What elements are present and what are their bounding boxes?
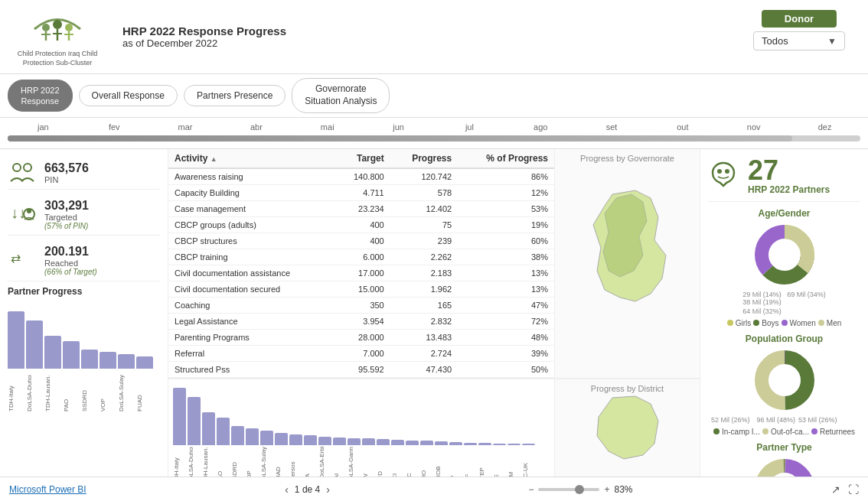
table-row: Awareness raising 140.800 120.742 86% (168, 168, 554, 185)
activity-progress: 13.483 (390, 329, 458, 345)
activity-percent: 50% (458, 361, 554, 377)
reached-label: Reached (44, 259, 97, 268)
partners-icon (708, 159, 739, 192)
bar-label: SCI (391, 447, 404, 477)
targeted-number: 303,291 (44, 199, 89, 213)
bar-item (217, 418, 230, 445)
bar-label: IOM (507, 447, 520, 477)
activity-percent: 38% (458, 249, 554, 265)
district-map-svg (566, 390, 689, 474)
activity-progress: 578 (390, 184, 458, 200)
month-dez: dez (789, 121, 860, 133)
stat-pin: 663,576 PIN (8, 157, 160, 190)
bar-label: SP (449, 447, 462, 477)
chevron-down-icon: ▼ (827, 36, 837, 47)
fullscreen-icon[interactable]: ⛶ (848, 483, 859, 496)
month-ago: ago (505, 121, 576, 133)
population-group-section: Population Group 52 Mil (26%) 96 Mil (48… (708, 333, 860, 436)
activity-name: CBCP structures (168, 233, 334, 249)
age-gender-title: Age/Gender (708, 208, 860, 219)
activity-progress: 75 (390, 216, 458, 233)
bar-label: PAO (63, 375, 80, 412)
zoom-plus-button[interactable]: + (604, 484, 609, 495)
bar-item (260, 431, 273, 445)
activity-percent: 39% (458, 345, 554, 361)
table-row: Civil documentation secured 15.000 1.962… (168, 281, 554, 297)
bar-item (275, 433, 288, 445)
bar-label: Intersos (289, 447, 302, 477)
activity-name: Civil documentation assistance (168, 265, 334, 281)
bar-label: SFD (377, 447, 390, 477)
svg-point-13 (27, 209, 31, 213)
activity-percent: 47% (458, 297, 554, 313)
age-gender-legend: Girls Boys Women Men (708, 319, 860, 327)
activity-name: Structured Pss (168, 361, 334, 377)
table-row: CBCP training 6.000 2.262 38% (168, 249, 554, 265)
bar-item (63, 341, 80, 369)
logo-area: Child Protection Iraq Child Protection S… (8, 6, 107, 67)
donor-label: Donor (762, 10, 837, 28)
partner-type-title: Partner Type (708, 442, 860, 453)
bar-label: FUAD (136, 375, 153, 412)
activity-progress: 165 (390, 297, 458, 313)
legend-men: Men (818, 319, 841, 327)
powerbi-link[interactable]: Microsoft Power BI (9, 484, 86, 495)
targeted-icon: ↓↓ (8, 203, 38, 226)
tab-partners-presence[interactable]: Partners Presence (184, 85, 286, 106)
bar-label: TDH-Italy (173, 447, 186, 477)
bar-item (231, 426, 244, 445)
right-icons: ↗ ⛶ (831, 483, 859, 496)
bar-label: VOP (246, 447, 259, 477)
bar-label: ME (493, 447, 506, 477)
tab-overall-response[interactable]: Overall Response (79, 85, 178, 106)
prev-page-button[interactable]: ‹ (285, 483, 289, 496)
activity-target: 350 (334, 297, 390, 313)
tab-governorate[interactable]: GovernorateSituation Analysis (292, 78, 390, 112)
center-column: Activity ▲ Target Progress % of Progress… (168, 149, 700, 477)
age-gender-donut (708, 220, 860, 289)
targeted-label: Targeted (44, 213, 89, 222)
bar-label: WC-UK (522, 447, 535, 477)
bar-item (435, 441, 448, 445)
bar-item (26, 320, 43, 369)
age-gender-donut-svg (750, 220, 819, 289)
legend-women: Women (782, 319, 816, 327)
col-activity: Activity ▲ (168, 149, 334, 168)
table-row: Case management 23.234 12.402 53% (168, 200, 554, 216)
targeted-sublabel: (57% of PIN) (44, 222, 89, 230)
partner-type-donut (708, 454, 860, 477)
page-number: 1 de 4 (295, 484, 320, 495)
report-title: HRP 2022 Response Progress (122, 24, 286, 37)
activity-name: CBCP training (168, 249, 334, 265)
table-row: Parenting Programs 28.000 13.483 48% (168, 329, 554, 345)
svg-point-9 (13, 164, 21, 171)
activity-table: Activity ▲ Target Progress % of Progress… (168, 149, 554, 378)
activity-name: Parenting Programs (168, 329, 334, 345)
zoom-controls: − + 83% (528, 484, 632, 495)
bar-label: FUAD (275, 447, 288, 477)
activity-progress: 12.402 (390, 200, 458, 216)
col-target: Target (334, 149, 390, 168)
reached-number: 200.191 (44, 245, 97, 259)
bar-item (246, 428, 259, 445)
bar-item (289, 434, 302, 445)
zoom-minus-button[interactable]: − (528, 484, 534, 495)
bar-item (449, 442, 462, 445)
zoom-slider[interactable] (538, 488, 599, 491)
legend-girls: Girls (727, 319, 752, 327)
partners-count-block: 27 HRP 2022 Partners (708, 157, 860, 202)
timeline-track[interactable] (8, 135, 860, 142)
bar-label: TDH-Lausan... (202, 447, 215, 477)
bar-item (100, 352, 116, 369)
timeline-fill (8, 135, 792, 142)
share-icon[interactable]: ↗ (831, 483, 840, 496)
governorate-map: Progress by Governorate (554, 149, 700, 378)
activity-percent: 12% (458, 184, 554, 200)
tab-hrp2022[interactable]: HRP 2022Response (8, 80, 73, 112)
district-map: Progress by District (554, 379, 700, 477)
next-page-button[interactable]: › (326, 483, 330, 496)
logo-icon (23, 6, 92, 48)
svg-point-2 (53, 20, 62, 29)
donor-select[interactable]: Todos ▼ (753, 31, 845, 50)
bar-item (44, 336, 61, 369)
